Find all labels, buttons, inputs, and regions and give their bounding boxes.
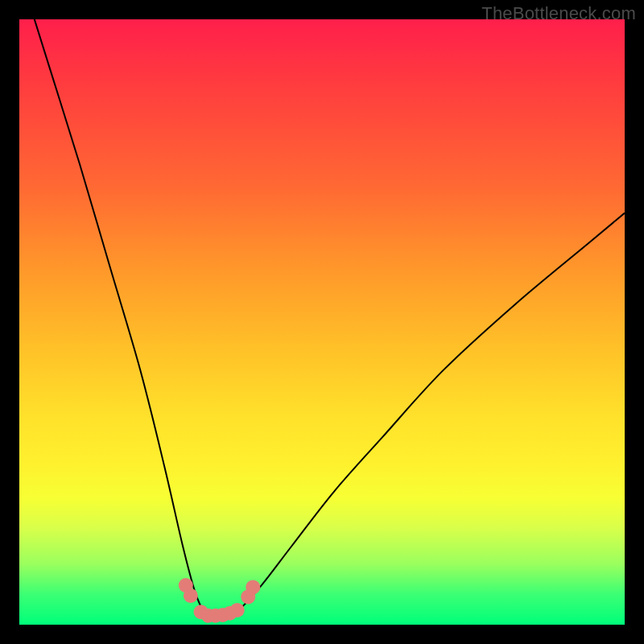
trough-marker: [230, 603, 245, 617]
trough-marker: [246, 580, 260, 594]
chart-frame: TheBottleneck.com: [0, 0, 644, 644]
trough-marker: [184, 588, 198, 603]
curve-svg: [19, 19, 625, 625]
trough-markers: [179, 578, 260, 623]
bottleneck-curve: [19, 0, 625, 617]
watermark-text: TheBottleneck.com: [481, 3, 636, 24]
plot-area: [19, 19, 625, 625]
